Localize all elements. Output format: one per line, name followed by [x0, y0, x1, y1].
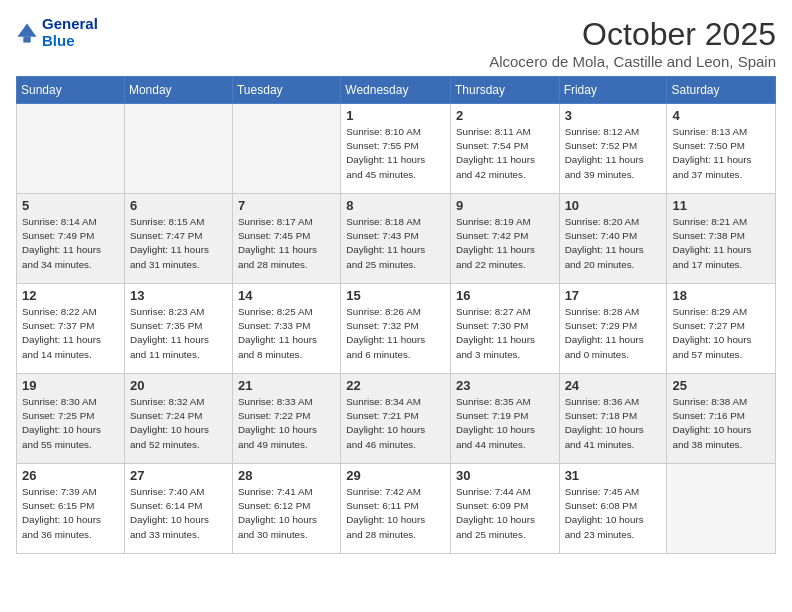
- calendar-day-cell: 28Sunrise: 7:41 AM Sunset: 6:12 PM Dayli…: [232, 464, 340, 554]
- calendar-day-cell: 15Sunrise: 8:26 AM Sunset: 7:32 PM Dayli…: [341, 284, 451, 374]
- day-info: Sunrise: 8:27 AM Sunset: 7:30 PM Dayligh…: [456, 305, 554, 362]
- day-number: 15: [346, 288, 445, 303]
- calendar-day-cell: 21Sunrise: 8:33 AM Sunset: 7:22 PM Dayli…: [232, 374, 340, 464]
- weekday-header-tuesday: Tuesday: [232, 77, 340, 104]
- day-number: 13: [130, 288, 227, 303]
- calendar-week-row: 1Sunrise: 8:10 AM Sunset: 7:55 PM Daylig…: [17, 104, 776, 194]
- month-title: October 2025: [489, 16, 776, 53]
- day-info: Sunrise: 8:35 AM Sunset: 7:19 PM Dayligh…: [456, 395, 554, 452]
- calendar-day-cell: 8Sunrise: 8:18 AM Sunset: 7:43 PM Daylig…: [341, 194, 451, 284]
- day-number: 28: [238, 468, 335, 483]
- calendar-day-cell: 1Sunrise: 8:10 AM Sunset: 7:55 PM Daylig…: [341, 104, 451, 194]
- day-number: 14: [238, 288, 335, 303]
- calendar-week-row: 5Sunrise: 8:14 AM Sunset: 7:49 PM Daylig…: [17, 194, 776, 284]
- day-info: Sunrise: 8:38 AM Sunset: 7:16 PM Dayligh…: [672, 395, 770, 452]
- day-info: Sunrise: 8:17 AM Sunset: 7:45 PM Dayligh…: [238, 215, 335, 272]
- day-number: 21: [238, 378, 335, 393]
- day-number: 20: [130, 378, 227, 393]
- calendar-day-cell: 3Sunrise: 8:12 AM Sunset: 7:52 PM Daylig…: [559, 104, 667, 194]
- day-number: 12: [22, 288, 119, 303]
- day-info: Sunrise: 8:12 AM Sunset: 7:52 PM Dayligh…: [565, 125, 662, 182]
- day-info: Sunrise: 8:33 AM Sunset: 7:22 PM Dayligh…: [238, 395, 335, 452]
- calendar-day-cell: [124, 104, 232, 194]
- day-info: Sunrise: 7:41 AM Sunset: 6:12 PM Dayligh…: [238, 485, 335, 542]
- calendar-day-cell: 30Sunrise: 7:44 AM Sunset: 6:09 PM Dayli…: [450, 464, 559, 554]
- day-info: Sunrise: 7:40 AM Sunset: 6:14 PM Dayligh…: [130, 485, 227, 542]
- calendar-week-row: 19Sunrise: 8:30 AM Sunset: 7:25 PM Dayli…: [17, 374, 776, 464]
- day-info: Sunrise: 8:25 AM Sunset: 7:33 PM Dayligh…: [238, 305, 335, 362]
- day-number: 9: [456, 198, 554, 213]
- day-info: Sunrise: 7:44 AM Sunset: 6:09 PM Dayligh…: [456, 485, 554, 542]
- day-info: Sunrise: 8:34 AM Sunset: 7:21 PM Dayligh…: [346, 395, 445, 452]
- weekday-header-friday: Friday: [559, 77, 667, 104]
- day-info: Sunrise: 8:28 AM Sunset: 7:29 PM Dayligh…: [565, 305, 662, 362]
- svg-marker-0: [17, 23, 36, 36]
- day-number: 5: [22, 198, 119, 213]
- calendar-day-cell: 18Sunrise: 8:29 AM Sunset: 7:27 PM Dayli…: [667, 284, 776, 374]
- day-info: Sunrise: 8:10 AM Sunset: 7:55 PM Dayligh…: [346, 125, 445, 182]
- calendar-day-cell: [232, 104, 340, 194]
- day-number: 30: [456, 468, 554, 483]
- calendar-week-row: 12Sunrise: 8:22 AM Sunset: 7:37 PM Dayli…: [17, 284, 776, 374]
- logo-icon: [16, 22, 38, 44]
- calendar-week-row: 26Sunrise: 7:39 AM Sunset: 6:15 PM Dayli…: [17, 464, 776, 554]
- day-info: Sunrise: 8:19 AM Sunset: 7:42 PM Dayligh…: [456, 215, 554, 272]
- calendar-day-cell: [667, 464, 776, 554]
- day-number: 24: [565, 378, 662, 393]
- calendar-day-cell: 25Sunrise: 8:38 AM Sunset: 7:16 PM Dayli…: [667, 374, 776, 464]
- day-number: 23: [456, 378, 554, 393]
- weekday-header-saturday: Saturday: [667, 77, 776, 104]
- calendar-day-cell: 2Sunrise: 8:11 AM Sunset: 7:54 PM Daylig…: [450, 104, 559, 194]
- day-number: 27: [130, 468, 227, 483]
- logo: General Blue: [16, 16, 98, 49]
- weekday-header-wednesday: Wednesday: [341, 77, 451, 104]
- calendar-day-cell: 5Sunrise: 8:14 AM Sunset: 7:49 PM Daylig…: [17, 194, 125, 284]
- calendar-day-cell: 11Sunrise: 8:21 AM Sunset: 7:38 PM Dayli…: [667, 194, 776, 284]
- day-info: Sunrise: 7:39 AM Sunset: 6:15 PM Dayligh…: [22, 485, 119, 542]
- day-info: Sunrise: 8:23 AM Sunset: 7:35 PM Dayligh…: [130, 305, 227, 362]
- day-number: 6: [130, 198, 227, 213]
- day-info: Sunrise: 8:15 AM Sunset: 7:47 PM Dayligh…: [130, 215, 227, 272]
- day-number: 22: [346, 378, 445, 393]
- day-info: Sunrise: 8:21 AM Sunset: 7:38 PM Dayligh…: [672, 215, 770, 272]
- page-header: General Blue October 2025 Alcocero de Mo…: [16, 16, 776, 70]
- day-info: Sunrise: 7:42 AM Sunset: 6:11 PM Dayligh…: [346, 485, 445, 542]
- calendar-day-cell: 26Sunrise: 7:39 AM Sunset: 6:15 PM Dayli…: [17, 464, 125, 554]
- day-number: 7: [238, 198, 335, 213]
- day-info: Sunrise: 8:26 AM Sunset: 7:32 PM Dayligh…: [346, 305, 445, 362]
- weekday-header-sunday: Sunday: [17, 77, 125, 104]
- calendar-day-cell: 16Sunrise: 8:27 AM Sunset: 7:30 PM Dayli…: [450, 284, 559, 374]
- day-number: 29: [346, 468, 445, 483]
- weekday-header-thursday: Thursday: [450, 77, 559, 104]
- day-number: 10: [565, 198, 662, 213]
- day-info: Sunrise: 8:20 AM Sunset: 7:40 PM Dayligh…: [565, 215, 662, 272]
- day-info: Sunrise: 8:29 AM Sunset: 7:27 PM Dayligh…: [672, 305, 770, 362]
- calendar-table: SundayMondayTuesdayWednesdayThursdayFrid…: [16, 76, 776, 554]
- day-number: 3: [565, 108, 662, 123]
- day-info: Sunrise: 8:18 AM Sunset: 7:43 PM Dayligh…: [346, 215, 445, 272]
- day-info: Sunrise: 8:11 AM Sunset: 7:54 PM Dayligh…: [456, 125, 554, 182]
- calendar-day-cell: 31Sunrise: 7:45 AM Sunset: 6:08 PM Dayli…: [559, 464, 667, 554]
- day-info: Sunrise: 8:36 AM Sunset: 7:18 PM Dayligh…: [565, 395, 662, 452]
- day-number: 1: [346, 108, 445, 123]
- day-number: 11: [672, 198, 770, 213]
- logo-line1: General: [42, 16, 98, 33]
- weekday-header-monday: Monday: [124, 77, 232, 104]
- day-number: 19: [22, 378, 119, 393]
- day-number: 8: [346, 198, 445, 213]
- day-number: 17: [565, 288, 662, 303]
- calendar-day-cell: 19Sunrise: 8:30 AM Sunset: 7:25 PM Dayli…: [17, 374, 125, 464]
- calendar-day-cell: 9Sunrise: 8:19 AM Sunset: 7:42 PM Daylig…: [450, 194, 559, 284]
- calendar-day-cell: 27Sunrise: 7:40 AM Sunset: 6:14 PM Dayli…: [124, 464, 232, 554]
- calendar-day-cell: 13Sunrise: 8:23 AM Sunset: 7:35 PM Dayli…: [124, 284, 232, 374]
- day-number: 4: [672, 108, 770, 123]
- calendar-day-cell: 24Sunrise: 8:36 AM Sunset: 7:18 PM Dayli…: [559, 374, 667, 464]
- day-info: Sunrise: 8:32 AM Sunset: 7:24 PM Dayligh…: [130, 395, 227, 452]
- day-info: Sunrise: 8:13 AM Sunset: 7:50 PM Dayligh…: [672, 125, 770, 182]
- calendar-day-cell: 7Sunrise: 8:17 AM Sunset: 7:45 PM Daylig…: [232, 194, 340, 284]
- day-info: Sunrise: 8:22 AM Sunset: 7:37 PM Dayligh…: [22, 305, 119, 362]
- calendar-day-cell: 12Sunrise: 8:22 AM Sunset: 7:37 PM Dayli…: [17, 284, 125, 374]
- day-number: 25: [672, 378, 770, 393]
- calendar-day-cell: 22Sunrise: 8:34 AM Sunset: 7:21 PM Dayli…: [341, 374, 451, 464]
- calendar-day-cell: 20Sunrise: 8:32 AM Sunset: 7:24 PM Dayli…: [124, 374, 232, 464]
